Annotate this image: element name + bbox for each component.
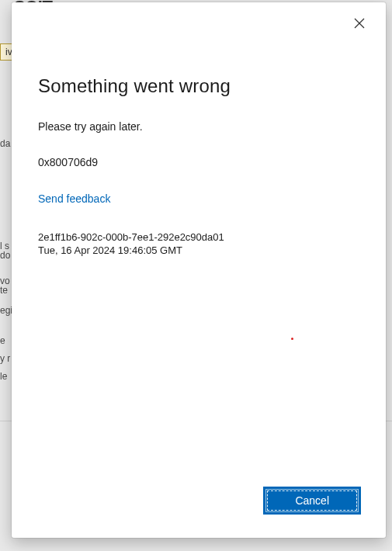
session-id: 2e1ff1b6-902c-000b-7ee1-292e2c90da01 <box>38 231 359 243</box>
close-button[interactable] <box>350 15 369 33</box>
dialog-title: Something went wrong <box>38 75 359 97</box>
dialog-footer: Cancel <box>12 488 386 538</box>
error-dialog: Something went wrong Please try again la… <box>12 2 386 538</box>
cancel-button[interactable]: Cancel <box>265 488 359 513</box>
cursor-dot <box>291 338 293 340</box>
close-icon <box>354 18 365 31</box>
send-feedback-link[interactable]: Send feedback <box>38 192 110 205</box>
dialog-body: Something went wrong Please try again la… <box>12 2 386 488</box>
error-code: 0x800706d9 <box>38 156 359 168</box>
timestamp: Tue, 16 Apr 2024 19:46:05 GMT <box>38 244 359 256</box>
dialog-message: Please try again later. <box>38 120 359 133</box>
